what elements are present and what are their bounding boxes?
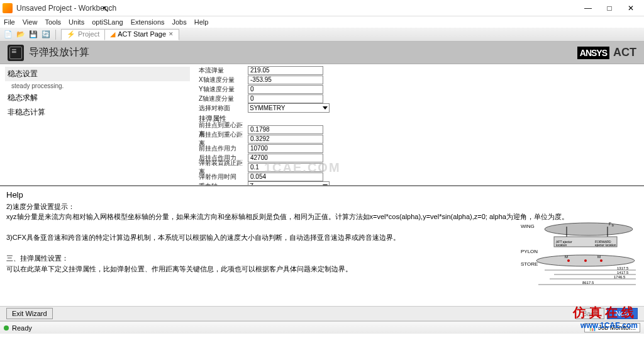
inp-eject-time[interactable]	[248, 172, 323, 181]
menu-view[interactable]: View	[23, 18, 38, 26]
inp-front-dist[interactable]	[248, 125, 323, 134]
close-button[interactable]: ✕	[620, 1, 641, 15]
save-icon[interactable]: 💾	[28, 29, 39, 40]
dim2: 1417.5	[617, 271, 629, 274]
svg-text:location: location	[556, 243, 567, 247]
svg-text:M: M	[597, 255, 601, 259]
dim3: 1746.5	[614, 275, 626, 279]
svg-point-11	[600, 259, 602, 262]
nav-steady-solve[interactable]: 稳态求解	[5, 91, 190, 105]
site-cn: 仿 真 在 线	[573, 305, 634, 319]
diag-store-label: STORE	[521, 261, 538, 267]
status-dot-icon	[4, 325, 9, 331]
lbl-front-force: 前挂点作用力	[199, 144, 248, 153]
lbl-vz: Z轴速度分量	[199, 94, 248, 103]
tab-act-label: ACT Start Page	[118, 30, 166, 39]
inp-front-force[interactable]	[248, 144, 323, 153]
left-nav: 稳态设置 steady processing. 稳态求解 非稳态计算	[0, 64, 195, 185]
menu-file[interactable]: File	[4, 18, 15, 26]
maximize-button[interactable]: □	[599, 1, 620, 15]
help-panel: Help 2)速度分量设置提示： xyz轴分量是来流方向相对输入网格模型坐标轴的…	[0, 186, 644, 306]
inp-vx[interactable]	[248, 76, 323, 84]
titlebar: Unsaved Project - Workbench — □ ✕	[0, 0, 644, 16]
inp-rear-dist[interactable]	[248, 135, 323, 144]
svg-point-0	[545, 223, 633, 235]
missile-diagram: WING PYLON AFT ejector location FORWARD …	[519, 217, 639, 292]
tab-project[interactable]: ⚡ Project	[61, 29, 105, 40]
svg-text:M: M	[565, 255, 568, 259]
tabset: ⚡ Project ◢ ACT Start Page ✕	[61, 29, 179, 40]
tab-close-icon[interactable]: ✕	[169, 30, 174, 39]
separator	[55, 30, 56, 40]
site-watermark: 仿 真 在 线 www.1CAE.com	[573, 304, 638, 330]
sel-symmetry[interactable]: SYMMETRY	[248, 103, 330, 113]
wizard-footer: Exit Wizard Back Next	[0, 306, 644, 321]
svg-point-9	[567, 259, 570, 262]
refresh-icon[interactable]: 🔄	[40, 29, 52, 40]
inp-vz[interactable]	[248, 94, 323, 103]
section-missile-props: 挂弹属性	[199, 113, 640, 125]
tab-project-icon: ⚡	[67, 30, 75, 39]
new-icon[interactable]: 📄	[3, 29, 14, 40]
menu-tools[interactable]: Tools	[45, 18, 61, 26]
main-content: 稳态设置 steady processing. 稳态求解 非稳态计算 本流弹量 …	[0, 64, 644, 186]
chevron-down-icon	[323, 106, 328, 110]
menu-units[interactable]: Units	[69, 18, 84, 26]
sel-gravity-value: Z	[250, 183, 253, 185]
window-title: Unsaved Project - Workbench	[16, 4, 577, 13]
inp-flow[interactable]	[248, 66, 323, 75]
dim1: 1317.5	[617, 266, 629, 270]
svg-text:ejector location: ejector location	[595, 243, 616, 247]
statusbar: Ready 📊 Job Monitor...	[0, 321, 644, 334]
lbl-sym: 选择对称面	[199, 104, 248, 113]
diag-wing-label: WING	[521, 223, 535, 229]
status-ready: Ready	[12, 324, 32, 332]
tab-project-label: Project	[78, 30, 99, 39]
toolbar: 📄 📂 💾 🔄 ⚡ Project ◢ ACT Start Page ✕	[0, 28, 644, 42]
nav-unsteady-calc[interactable]: 非稳态计算	[5, 105, 190, 120]
menu-extensions[interactable]: Extensions	[131, 18, 165, 26]
lbl-gravity-axis: 重力轴	[199, 182, 248, 186]
open-icon[interactable]: 📂	[15, 29, 26, 40]
svg-text:fr: fr	[612, 223, 614, 227]
tab-act-start[interactable]: ◢ ACT Start Page ✕	[104, 29, 179, 40]
dim4: 8617.5	[582, 281, 594, 285]
exit-wizard-button[interactable]: Exit Wizard	[6, 308, 53, 319]
help-line1: 2)速度分量设置提示：	[6, 201, 638, 212]
lbl-eject-time: 弹射作用时间	[199, 172, 248, 181]
brand: ANSYS ACT	[577, 46, 636, 59]
help-title: Help	[6, 189, 638, 201]
ansys-logo: ANSYS	[577, 47, 609, 59]
lbl-vy: Y轴速度分量	[199, 85, 248, 94]
diag-pylon-label: PYLON	[521, 249, 538, 254]
menubar: File View Tools Units optiSLang Extensio…	[0, 16, 644, 28]
inp-rear-force[interactable]	[248, 154, 323, 162]
page-title: 导弹投放计算	[29, 46, 577, 59]
tab-act-icon: ◢	[110, 30, 115, 39]
svg-text:F: F	[609, 222, 611, 226]
calculator-icon	[8, 45, 24, 61]
menu-jobs[interactable]: Jobs	[172, 18, 187, 26]
inp-vy[interactable]	[248, 85, 323, 94]
sel-gravity-axis[interactable]: Z	[248, 181, 330, 185]
lbl-vx: X轴速度分量	[199, 76, 248, 84]
minimize-button[interactable]: —	[577, 1, 599, 15]
nav-steady-sub: steady processing.	[5, 81, 190, 91]
app-header: 导弹投放计算 ANSYS ACT	[0, 42, 644, 64]
sel-symmetry-value: SYMMETRY	[250, 105, 286, 111]
svg-point-10	[584, 259, 587, 262]
act-label: ACT	[613, 46, 636, 59]
menu-help[interactable]: Help	[194, 18, 209, 26]
nav-steady-settings[interactable]: 稳态设置	[5, 67, 190, 81]
form-area: 本流弹量 X轴速度分量 Y轴速度分量 Z轴速度分量 选择对称面SYMMETRY …	[195, 64, 644, 185]
menu-optislang[interactable]: optiSLang	[92, 18, 123, 26]
app-logo-icon	[3, 3, 13, 13]
site-url: www.1CAE.com	[573, 321, 638, 330]
inp-eject-dist[interactable]	[248, 163, 323, 172]
chevron-down-icon	[323, 184, 328, 185]
lbl-flow: 本流弹量	[199, 66, 248, 75]
